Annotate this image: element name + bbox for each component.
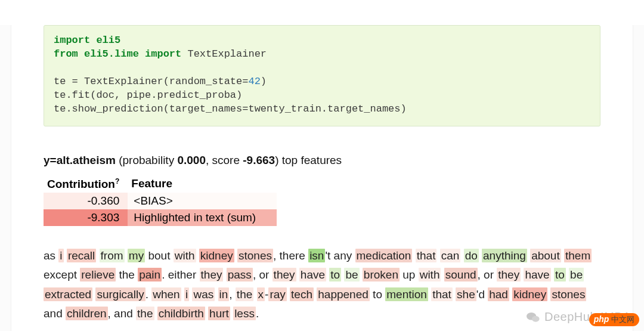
text-token: sound — [444, 268, 478, 281]
text-token: be — [344, 268, 359, 281]
wechat-icon — [527, 312, 540, 323]
text-token: tech — [290, 287, 314, 301]
code-keyword: import — [54, 35, 90, 46]
text-token: anything — [482, 249, 527, 262]
text-token: childbirth — [157, 307, 205, 320]
text-token: kidney — [512, 287, 547, 301]
feature-contribution-table: Contribution? Feature -0.360<BIAS>-9.303… — [44, 175, 277, 226]
code-module: eli5.lime — [78, 48, 145, 60]
code-text: TextExplainer — [181, 48, 267, 60]
column-header-feature: Feature — [128, 175, 277, 193]
text-token: she — [456, 287, 476, 301]
highlighted-text-explanation: as i recall from my bout with kidney sto… — [44, 246, 600, 323]
text-token: to — [370, 288, 385, 301]
text-token — [223, 268, 226, 281]
text-token: extracted — [44, 287, 92, 301]
text-token: , or — [253, 268, 273, 281]
text-token: when — [151, 287, 181, 301]
code-block: import eli5 from eli5.lime import TextEx… — [44, 25, 600, 126]
text-token: any — [330, 249, 355, 262]
contribution-value: -0.360 — [44, 193, 128, 209]
text-token: mention — [385, 287, 428, 301]
text-token: , — [229, 288, 236, 301]
code-text: te.fit(doc, pipe.predict_proba) — [54, 89, 590, 103]
text-token: they — [200, 268, 224, 281]
text-token: can — [440, 249, 461, 262]
text-token: they — [273, 268, 296, 281]
text-token: , there — [273, 249, 308, 262]
text-token: pass — [227, 268, 253, 281]
text-token: the — [136, 307, 154, 320]
text-token: relieve — [80, 268, 116, 281]
text-token: be — [569, 268, 584, 281]
text-token: , and — [108, 307, 137, 320]
text-token — [96, 249, 99, 262]
code-module: eli5 — [90, 35, 120, 46]
text-token: that — [431, 287, 453, 301]
text-token: and — [44, 307, 66, 320]
text-token — [154, 307, 157, 320]
text-token: was — [192, 287, 215, 301]
svg-point-1 — [532, 315, 540, 321]
table-row: -9.303Highlighted in text (sum) — [44, 209, 277, 226]
text-token — [460, 249, 463, 262]
text-token: isn — [308, 249, 325, 262]
text-token: . — [145, 288, 152, 301]
feature-name: Highlighted in text (sum) — [128, 209, 277, 226]
php-badge: php 中文网 — [589, 313, 639, 326]
text-token — [196, 249, 199, 262]
text-token: broken — [363, 268, 400, 281]
text-token: them — [564, 249, 592, 262]
text-token: happened — [317, 287, 370, 301]
text-token: up — [400, 268, 419, 281]
text-token — [436, 249, 439, 262]
text-token: had — [488, 287, 509, 301]
text-token: less — [233, 307, 256, 320]
text-token: x — [257, 287, 265, 301]
text-token — [441, 268, 444, 281]
code-text: ) — [261, 76, 267, 87]
text-token: , or — [478, 268, 497, 281]
text-token: do — [464, 249, 479, 262]
text-token: except — [44, 268, 80, 281]
text-token: recall — [67, 249, 96, 262]
text-token: children — [66, 307, 108, 320]
text-token: with — [419, 268, 441, 281]
text-token: as — [44, 249, 58, 262]
contribution-value: -9.303 — [44, 209, 128, 226]
code-text: te = TextExplainer(random_state= — [54, 76, 248, 87]
text-token: pain — [138, 268, 162, 281]
text-token: the — [116, 268, 138, 281]
text-token: 'd — [476, 288, 485, 301]
text-token: with — [174, 249, 196, 262]
text-token — [215, 288, 218, 301]
text-token: stones — [550, 287, 586, 301]
text-token: in — [218, 287, 230, 301]
text-token: . either — [162, 268, 199, 281]
text-token: . — [256, 307, 259, 320]
text-token: have — [524, 268, 550, 281]
text-token: that — [416, 249, 437, 262]
text-token: i — [184, 287, 189, 301]
feature-name: <BIAS> — [128, 193, 277, 209]
text-token: medication — [355, 249, 413, 262]
code-number: 42 — [248, 76, 260, 87]
code-text: te.show_prediction(target_names=twenty_t… — [54, 103, 590, 116]
table-row: -0.360<BIAS> — [44, 193, 277, 209]
text-token: i — [58, 249, 63, 262]
summary-probability: 0.000 — [177, 154, 206, 166]
text-token: stones — [237, 249, 273, 262]
text-token — [412, 249, 415, 262]
text-token: to — [329, 268, 341, 281]
text-token: surgically — [95, 287, 145, 301]
column-header-contribution: Contribution? — [44, 175, 128, 193]
text-token: my — [128, 249, 145, 262]
text-token: the — [236, 287, 253, 301]
summary-target: y=alt.atheism — [44, 154, 116, 166]
text-token: hurt — [208, 307, 230, 320]
text-token — [253, 288, 256, 301]
text-token: bout — [145, 249, 174, 262]
text-token: to — [554, 268, 566, 281]
text-token: 't — [325, 249, 330, 262]
text-token: kidney — [199, 249, 234, 262]
